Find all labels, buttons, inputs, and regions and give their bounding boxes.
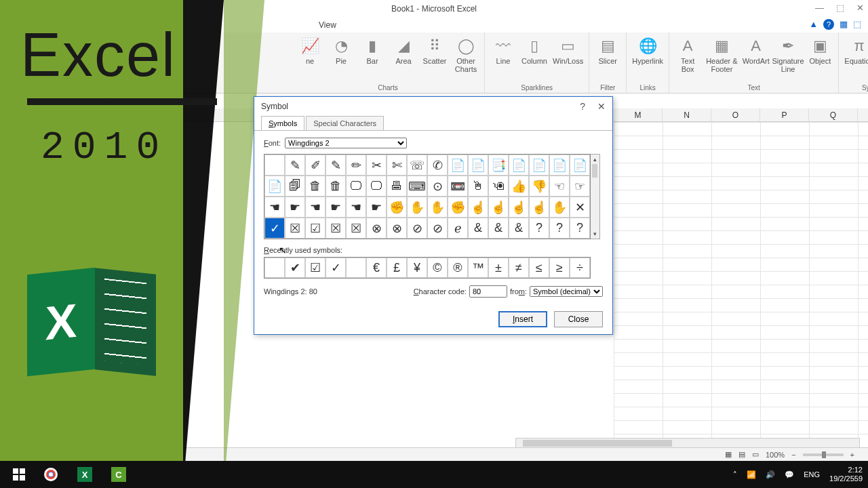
symbol-cell[interactable]: 👎 [529, 176, 549, 197]
symbol-cell[interactable]: 📄 [468, 155, 488, 176]
recent-symbol-cell[interactable]: ≤ [529, 258, 549, 278]
symbol-cell[interactable]: 📄 [570, 155, 590, 176]
symbol-cell[interactable]: 📄 [549, 155, 570, 176]
symbol-cell[interactable]: ✄ [387, 155, 407, 176]
symbol-cell[interactable]: ☒ [326, 218, 346, 239]
start-button[interactable] [5, 461, 33, 488]
symbol-cell[interactable]: ☝ [468, 197, 488, 218]
symbol-cell[interactable]: ✋ [407, 197, 427, 218]
symbol-cell[interactable]: ☛ [285, 197, 305, 218]
ribbon-pie[interactable]: ◔Pie [328, 35, 354, 73]
tray-clock[interactable]: 2:12 19/2/2559 [829, 466, 863, 483]
recent-symbol-cell[interactable] [346, 258, 366, 278]
close-button[interactable]: Close [554, 311, 603, 327]
recent-symbol-cell[interactable]: £ [387, 258, 407, 278]
symbol-cell[interactable]: ? [529, 218, 549, 239]
tray-network-icon[interactable]: 📶 [747, 470, 756, 479]
symbol-cell[interactable]: ✓ [264, 218, 285, 239]
symbol-cell[interactable]: ☛ [326, 197, 346, 218]
symbol-cell[interactable]: 📄 [448, 155, 468, 176]
symbol-cell[interactable]: ⊘ [407, 218, 427, 239]
scroll-thumb[interactable] [592, 164, 597, 178]
column-header-Q[interactable]: Q [809, 108, 858, 121]
cell-grid[interactable] [614, 122, 868, 449]
symbol-cell[interactable]: 👍 [509, 176, 529, 197]
ribbon-line[interactable]: 〰Line [490, 35, 516, 65]
symbol-cell[interactable]: ⊗ [366, 218, 387, 239]
symbol-cell[interactable]: ☒ [346, 218, 366, 239]
symbol-cell[interactable]: ✎ [326, 155, 346, 176]
ribbon-wordart[interactable]: AWordArt [743, 35, 769, 73]
symbol-cell[interactable]: 🖶 [387, 176, 407, 197]
zoom-level[interactable]: 100% [766, 451, 785, 459]
symbol-cell[interactable]: 📄 [529, 155, 549, 176]
symbol-cell[interactable]: 📼 [448, 176, 468, 197]
symbol-cell[interactable]: ☚ [264, 197, 285, 218]
recent-symbol-cell[interactable]: ¥ [407, 258, 427, 278]
recent-symbol-cell[interactable] [264, 258, 285, 278]
ribbon-collapse-icon[interactable]: ▲ [809, 19, 818, 30]
symbol-cell[interactable]: 🖵 [346, 176, 366, 197]
scroll-up-icon[interactable]: ▴ [591, 155, 599, 164]
help-icon[interactable]: ? [823, 19, 834, 30]
insert-button[interactable]: Insert [498, 311, 547, 327]
symbol-cell[interactable]: ☝ [509, 197, 529, 218]
symbol-cell[interactable]: ✋ [549, 197, 570, 218]
dialog-close-button[interactable]: ✕ [597, 101, 606, 112]
ribbon-scatter[interactable]: ⠿Scatter [422, 35, 448, 73]
fullscreen-icon[interactable]: ⬚ [853, 19, 861, 30]
ribbon-bar[interactable]: ▮Bar [359, 35, 385, 73]
symbol-cell[interactable]: ☏ [407, 155, 427, 176]
symbol-cell[interactable]: 📑 [488, 155, 509, 176]
ribbon-hyperlink[interactable]: 🌐Hyperlink [632, 35, 663, 65]
column-header-M[interactable]: M [614, 108, 663, 121]
symbol-cell[interactable]: 🗐 [285, 176, 305, 197]
symbol-cell[interactable]: 🗑 [305, 176, 326, 197]
minimize-button[interactable]: — [815, 3, 824, 13]
ribbon-area[interactable]: ◢Area [391, 35, 416, 73]
symbol-cell[interactable]: 🖲 [488, 176, 509, 197]
symbol-cell[interactable]: ⊗ [387, 218, 407, 239]
ribbon-slicer[interactable]: ▤Slicer [595, 35, 620, 65]
column-header-O[interactable]: O [711, 108, 760, 121]
recent-symbol-cell[interactable]: ≥ [549, 258, 570, 278]
recent-symbol-cell[interactable]: ☑ [305, 258, 326, 278]
recent-symbol-cell[interactable]: © [427, 258, 448, 278]
symbol-cell[interactable]: ✆ [427, 155, 448, 176]
display-options-icon[interactable]: ▦ [840, 19, 848, 30]
taskbar-chrome-icon[interactable] [35, 461, 66, 488]
symbol-cell[interactable]: ☒ [285, 218, 305, 239]
symbol-cell[interactable]: & [468, 218, 488, 239]
dialog-titlebar[interactable]: Symbol ? ✕ [254, 97, 612, 116]
symbol-cell[interactable]: 🗑 [326, 176, 346, 197]
symbol-cell[interactable]: ✂ [366, 155, 387, 176]
symbol-cell[interactable]: ⊙ [427, 176, 448, 197]
symbol-cell[interactable]: ☜ [549, 176, 570, 197]
ribbon-equation[interactable]: πEquation [844, 35, 868, 65]
ribbon-other-charts[interactable]: ◯Other Charts [453, 35, 479, 73]
symbol-cell[interactable]: ☚ [346, 197, 366, 218]
recent-symbol-cell[interactable]: ✓ [326, 258, 346, 278]
symbol-cell[interactable]: ☑ [305, 218, 326, 239]
recent-symbol-cell[interactable]: ™ [468, 258, 488, 278]
scroll-down-icon[interactable]: ▾ [591, 229, 599, 239]
symbol-cell[interactable]: ✐ [305, 155, 326, 176]
symbol-cell[interactable]: ☝ [488, 197, 509, 218]
tab-symbols[interactable]: Symbols [261, 116, 304, 130]
tab-special-characters[interactable]: Special Characters [306, 116, 384, 130]
symbol-cell[interactable]: 📄 [509, 155, 529, 176]
symbol-cell[interactable]: ☛ [366, 197, 387, 218]
tray-up-icon[interactable]: ˄ [733, 470, 737, 479]
symbol-cell[interactable]: & [509, 218, 529, 239]
from-select[interactable]: Symbol (decimal) [530, 286, 603, 297]
symbol-cell[interactable]: 📄 [264, 176, 285, 197]
view-normal-icon[interactable]: ▦ [725, 450, 732, 459]
ribbon-header-footer[interactable]: ▦Header & Footer [706, 35, 738, 73]
ribbon-column[interactable]: ▯Column [521, 35, 547, 65]
ribbon-ne[interactable]: 📈ne [297, 35, 323, 73]
ribbon-signature-line[interactable]: ✒Signature Line [774, 35, 802, 73]
symbol-cell[interactable]: ✕ [570, 197, 590, 218]
symbol-cell[interactable]: ? [549, 218, 570, 239]
recent-symbol-cell[interactable]: ≠ [509, 258, 529, 278]
tray-volume-icon[interactable]: 🔊 [766, 470, 775, 479]
